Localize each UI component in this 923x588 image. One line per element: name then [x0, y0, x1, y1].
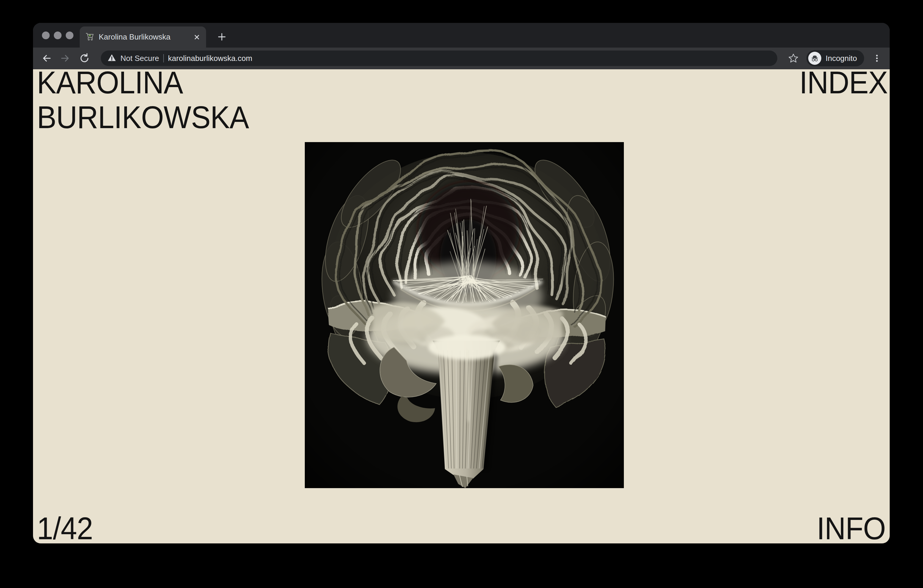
incognito-badge: Incognito — [806, 50, 864, 66]
page-title: KAROLINA BURLIKOWSKA — [37, 69, 249, 135]
nav-index-link[interactable]: INDEX — [799, 69, 888, 100]
favicon-cart-icon — [85, 32, 95, 43]
security-warning-icon — [107, 53, 116, 63]
address-bar[interactable]: Not Secure karolinaburlikowska.com — [101, 51, 777, 66]
url-text: karolinaburlikowska.com — [168, 54, 252, 63]
menu-kebab-icon[interactable] — [872, 53, 882, 63]
window-close-button[interactable] — [42, 31, 50, 39]
browser-tab[interactable]: Karolina Burlikowska — [80, 26, 206, 48]
incognito-label: Incognito — [826, 54, 857, 63]
tab-close-icon[interactable] — [193, 33, 201, 41]
security-warning-label[interactable]: Not Secure — [120, 54, 159, 63]
new-tab-button[interactable] — [214, 29, 230, 45]
tab-strip: Karolina Burlikowska — [33, 23, 890, 48]
page-content: KAROLINA BURLIKOWSKA INDEX 1/42 INFO — [33, 69, 890, 544]
bookmark-star-icon[interactable] — [788, 53, 799, 64]
tab-title: Karolina Burlikowska — [99, 33, 189, 42]
urlbar-divider — [163, 54, 164, 62]
window-controls — [42, 31, 74, 39]
window-zoom-button[interactable] — [66, 31, 74, 39]
artwork-photo[interactable] — [305, 142, 624, 488]
image-counter: 1/42 — [37, 511, 93, 544]
back-icon[interactable] — [41, 53, 52, 64]
browser-toolbar: Not Secure karolinaburlikowska.com Incog… — [33, 48, 890, 69]
browser-window: Karolina Burlikowska — [33, 23, 890, 544]
reload-icon[interactable] — [79, 53, 90, 64]
incognito-icon — [808, 52, 821, 65]
page-title-line1: KAROLINA — [37, 69, 249, 100]
page-title-line2: BURLIKOWSKA — [37, 100, 249, 135]
nav-info-link[interactable]: INFO — [816, 511, 885, 544]
window-minimize-button[interactable] — [54, 31, 62, 39]
forward-icon[interactable] — [60, 53, 71, 64]
